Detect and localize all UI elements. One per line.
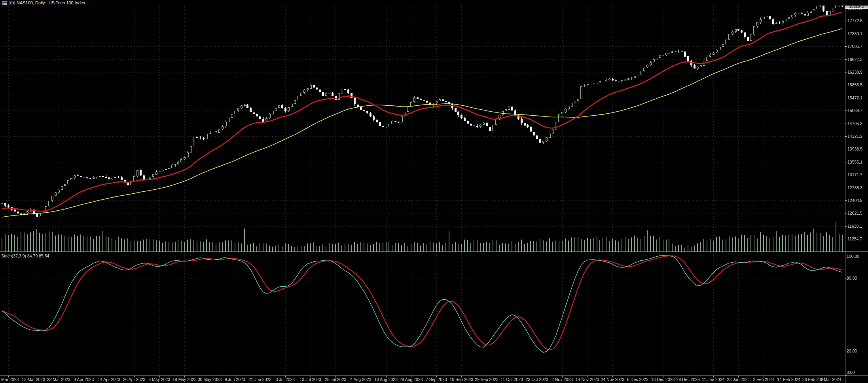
stochastic-label: Stoch(37,3,9) 84.79 85.54	[1, 253, 49, 258]
stoch-tick-label: 20.00	[847, 349, 857, 353]
date-tick-label: 2 Nov 2023	[552, 377, 573, 382]
price-tick-label: 14705.3	[847, 121, 862, 126]
stoch-tick-label: 80.00	[847, 276, 857, 280]
date-tick-label: 13 Jul 2023	[299, 377, 321, 382]
date-tick-label: 23 Jan 2024	[727, 377, 750, 382]
date-tick-label: 6 Dec 2023	[627, 377, 648, 382]
price-tick-label: 11638.1	[847, 224, 862, 229]
chart-grid-icon[interactable]	[2, 1, 7, 5]
date-tick-label: 4 Apr 2023	[74, 377, 94, 382]
date-tick-label: 16 Aug 2023	[374, 377, 398, 382]
price-tick-label: 15088.7	[847, 108, 862, 113]
price-tick-label: 15472.1	[847, 95, 862, 100]
date-tick-label: 23 Mar 2023	[47, 377, 70, 382]
date-tick-label: 14 Feb 2024	[777, 377, 800, 382]
price-tick-label: 12788.3	[847, 185, 862, 190]
date-tick-label: 13 Mar 2023	[22, 377, 45, 382]
date-tick-label: 7 Mar 2024	[820, 377, 841, 382]
price-tick-label: 13171.7	[847, 172, 862, 177]
date-tick-label: 14 Apr 2023	[98, 377, 120, 382]
price-tick-label: 12021.5	[847, 211, 862, 215]
chart-canvas[interactable]	[0, 0, 868, 383]
date-tick-label: 11 Jan 2024	[702, 377, 724, 382]
price-tick-label: 12404.9	[847, 198, 862, 203]
date-tick-label: 26 Apr 2023	[123, 377, 146, 382]
price-tick-label: 15855.5	[847, 82, 862, 87]
date-tick-label: 4 Aug 2023	[350, 377, 371, 382]
date-tick-label: 14 Nov 2023	[576, 377, 599, 382]
date-tick-label: 24 Nov 2023	[601, 377, 624, 382]
chart-title: NAS100, Daily: US Tech 100 Index	[17, 0, 85, 6]
price-tick-label: 14321.9	[847, 134, 862, 139]
date-tick-label: 8 May 2023	[148, 377, 170, 382]
date-tick-label: 25 Jul 2023	[325, 377, 346, 382]
date-tick-label: 9 Jun 2023	[225, 377, 245, 382]
date-tick-label: 29 Dec 2023	[676, 377, 700, 382]
price-tick-label: 16238.9	[847, 70, 862, 74]
price-tick-label: 13555.1	[847, 160, 862, 164]
price-tick-label: 13938.5	[847, 147, 862, 151]
date-tick-label: 11 Oct 2023	[501, 377, 523, 382]
stoch-tick-label: 100.00	[847, 254, 859, 259]
date-tick-label: 1 Mar 2023	[0, 377, 19, 382]
chart-header: NAS100, Daily: US Tech 100 Index	[0, 0, 868, 6]
date-tick-label: 30 May 2023	[198, 377, 222, 382]
price-tick-label: 16622.3	[847, 57, 862, 62]
price-tick-label: 17772.5	[847, 18, 862, 23]
date-tick-label: 3 Jul 2023	[276, 377, 295, 382]
date-tick-label: 2 Feb 2024	[753, 377, 774, 382]
mt4-chart-window: NAS100, Daily: US Tech 100 Index 18155.9…	[0, 0, 868, 383]
date-tick-label: 29 Sep 2023	[475, 377, 498, 382]
date-tick-label: 28 Aug 2023	[400, 377, 423, 382]
date-tick-label: 18 May 2023	[172, 377, 197, 382]
candlestick-chart-icon[interactable]	[9, 1, 15, 5]
price-tick-label: 17389.1	[847, 31, 862, 36]
date-tick-label: 19 Sep 2023	[450, 377, 474, 382]
price-tick-label: 17005.7	[847, 44, 862, 49]
date-tick-label: 7 Sep 2023	[426, 377, 447, 382]
date-tick-label: 21 Jun 2023	[248, 377, 271, 382]
date-tick-label: 18 Dec 2023	[651, 377, 675, 382]
date-tick-label: 23 Oct 2023	[526, 377, 548, 382]
stoch-tick-label: 0.00	[847, 370, 855, 375]
price-tick-label: 11254.7	[847, 236, 862, 241]
